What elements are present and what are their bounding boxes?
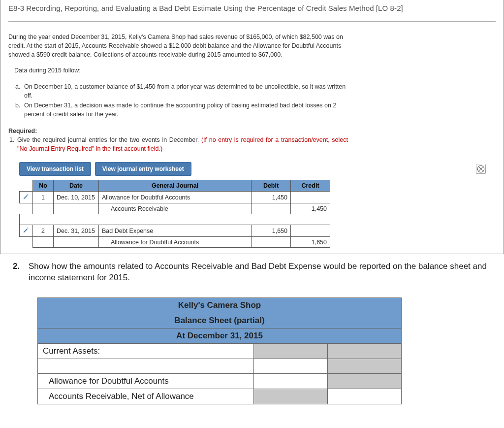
bs-line-label: Current Assets: <box>38 344 254 359</box>
account-field[interactable]: Allowance for Doubtful Accounts <box>99 237 252 248</box>
bs-title-date: At December 31, 2015 <box>38 329 402 344</box>
credit-field[interactable] <box>291 225 330 237</box>
req1-text: Give the required journal entries for th… <box>17 136 201 143</box>
bs-amount-input[interactable] <box>254 374 328 389</box>
debit-field[interactable] <box>252 237 291 248</box>
debit-field[interactable]: 1,450 <box>252 192 291 203</box>
table-row: Allowance for Doubtful Accounts 1,650 <box>20 237 330 248</box>
table-row: 1 Dec. 10, 2015 Allowance for Doubtful A… <box>20 192 330 203</box>
bs-amount-input[interactable] <box>328 389 402 404</box>
col-credit: Credit <box>291 180 330 192</box>
credit-field[interactable]: 1,650 <box>291 237 330 248</box>
entry-date: Dec. 31, 2015 <box>54 225 99 237</box>
requirement-1: Give the required journal entries for th… <box>16 135 348 153</box>
account-field[interactable]: Allowance for Doubtful Accounts <box>99 192 252 203</box>
col-general-journal: General Journal <box>99 180 252 192</box>
table-row: 2 Dec. 31, 2015 Bad Debt Expense 1,650 <box>20 225 330 237</box>
journal-entry-table: No Date General Journal Debit Credit 1 D… <box>19 180 330 248</box>
debit-field[interactable] <box>252 203 291 214</box>
bs-line-input[interactable] <box>38 359 254 374</box>
requirement-2: 2. Show how the amounts related to Accou… <box>13 261 495 284</box>
bs-amount-cell <box>328 359 402 374</box>
view-transaction-list-button[interactable]: View transaction list <box>19 162 91 176</box>
bs-amount-cell <box>254 389 328 404</box>
close-icon[interactable] <box>476 164 486 174</box>
bs-amount-cell <box>328 344 402 359</box>
bs-amount-cell <box>328 374 402 389</box>
account-field[interactable]: Accounts Receivable <box>99 203 252 214</box>
entry-no: 1 <box>33 192 54 203</box>
credit-field[interactable]: 1,450 <box>291 203 330 214</box>
pencil-icon[interactable] <box>23 227 30 233</box>
bs-amount-input[interactable] <box>254 359 328 374</box>
problem-body: During the year ended December 31, 2015,… <box>8 33 348 153</box>
col-date: Date <box>54 180 99 192</box>
event-a: On December 10, a customer balance of $1… <box>22 82 348 100</box>
col-no: No <box>33 180 54 192</box>
bs-amount-cell <box>254 344 328 359</box>
bs-line-input[interactable]: Allowance for Doubtful Accounts <box>38 374 254 389</box>
debit-field[interactable]: 1,650 <box>252 225 291 237</box>
view-journal-worksheet-button[interactable]: View journal entry worksheet <box>95 162 191 176</box>
req2-text: Show how the amounts related to Accounts… <box>29 261 495 284</box>
col-debit: Debit <box>252 180 291 192</box>
bs-title-statement: Balance Sheet (partial) <box>38 313 402 329</box>
entry-date: Dec. 10, 2015 <box>54 192 99 203</box>
pencil-icon[interactable] <box>23 193 30 200</box>
data-follow-label: Data during 2015 follow: <box>8 66 348 75</box>
req2-number: 2. <box>13 261 26 284</box>
events-list: On December 10, a customer balance of $1… <box>8 82 348 119</box>
account-field[interactable]: Bad Debt Expense <box>99 225 252 237</box>
credit-field[interactable] <box>291 192 330 203</box>
required-label: Required: <box>8 127 348 135</box>
event-b: On December 31, a decision was made to c… <box>22 101 348 119</box>
problem-title: E8-3 Recording, Reporting, and Evaluatin… <box>8 0 496 22</box>
balance-sheet-table: Kelly's Camera Shop Balance Sheet (parti… <box>37 297 402 404</box>
intro-paragraph: During the year ended December 31, 2015,… <box>8 33 348 59</box>
entry-no: 2 <box>33 225 54 237</box>
table-row: Accounts Receivable 1,450 <box>20 203 330 214</box>
bs-title-company: Kelly's Camera Shop <box>38 298 402 313</box>
bs-line-input[interactable]: Accounts Receivable, Net of Allowance <box>38 389 254 404</box>
